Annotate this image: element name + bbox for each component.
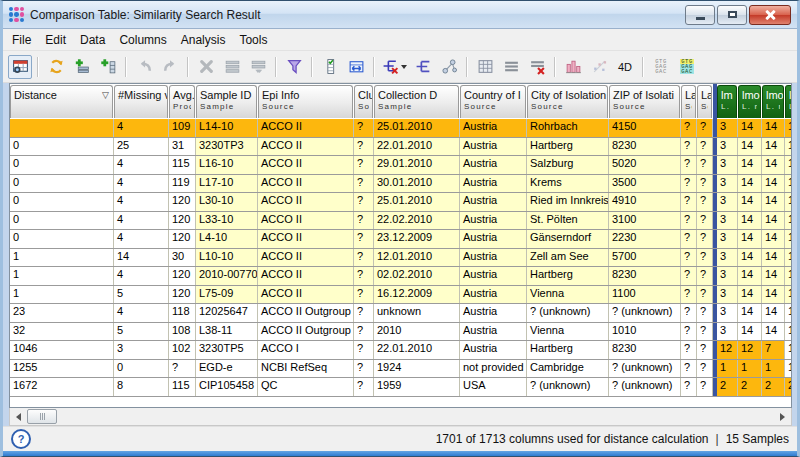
add-columns-icon[interactable] xyxy=(96,55,120,79)
cell[interactable]: ? xyxy=(354,119,374,137)
cell[interactable]: EGD-e xyxy=(196,360,258,378)
cell[interactable]: ? xyxy=(354,304,374,322)
cell[interactable]: ? xyxy=(697,175,713,193)
cell[interactable]: 14 xyxy=(738,212,762,230)
column-header-sample-id[interactable]: Sample IDSample xyxy=(196,84,258,119)
cell[interactable]: ? xyxy=(354,286,374,304)
cell[interactable]: ? xyxy=(681,230,697,248)
cell[interactable]: 14 xyxy=(738,175,762,193)
cell[interactable]: 1 xyxy=(785,138,792,156)
cell[interactable]: ? xyxy=(681,193,697,211)
cell[interactable]: 4 xyxy=(114,156,169,174)
cell[interactable]: ? xyxy=(681,175,697,193)
cell[interactable]: ? xyxy=(354,175,374,193)
cell[interactable]: ? xyxy=(681,323,697,341)
scatter-icon[interactable] xyxy=(587,55,611,79)
cell[interactable]: 120 xyxy=(169,212,196,230)
cell[interactable]: 2230 xyxy=(609,230,681,248)
undo-icon[interactable] xyxy=(132,55,156,79)
cell[interactable]: ? xyxy=(681,286,697,304)
cell[interactable]: 14 xyxy=(738,304,762,322)
cell[interactable]: 1 xyxy=(10,249,114,267)
cell[interactable]: 5 xyxy=(114,323,169,341)
cell[interactable]: ? xyxy=(354,193,374,211)
cell[interactable]: 1 xyxy=(785,175,792,193)
maximize-button[interactable] xyxy=(717,5,747,25)
cell[interactable]: Austria xyxy=(460,193,527,211)
cell[interactable]: 120 xyxy=(169,193,196,211)
cell[interactable]: unknown xyxy=(374,304,460,322)
column-header-clu[interactable]: CluSo xyxy=(354,84,374,119)
cell[interactable]: L33-10 xyxy=(196,212,258,230)
column-header-lr[interactable]: lrL xyxy=(785,84,792,119)
cell[interactable]: 0 xyxy=(10,175,114,193)
cell[interactable]: L10-10 xyxy=(196,249,258,267)
cell[interactable]: 1 xyxy=(785,156,792,174)
cell[interactable]: ? xyxy=(697,138,713,156)
cell[interactable]: 3 xyxy=(114,341,169,359)
cell[interactable]: 14 xyxy=(762,138,785,156)
cell[interactable]: 3 xyxy=(717,230,738,248)
cell[interactable]: Salzburg xyxy=(527,156,609,174)
add-entries-icon[interactable] xyxy=(70,55,94,79)
column-header-zip-of-isolati[interactable]: ZIP of IsolatiSource xyxy=(609,84,681,119)
cell[interactable]: 12.01.2010 xyxy=(374,249,460,267)
cell[interactable]: 3230TP3 xyxy=(196,138,258,156)
table-row[interactable]: 15120L75-09ACCO II?16.12.2009AustriaVien… xyxy=(10,286,791,305)
cell[interactable]: 29.01.2010 xyxy=(374,156,460,174)
cell[interactable]: 1100 xyxy=(609,286,681,304)
cell[interactable]: St. Pölten xyxy=(527,212,609,230)
cell[interactable]: 1 xyxy=(785,119,792,137)
cell[interactable]: ? (unknown) xyxy=(527,304,609,322)
cell[interactable]: 4 xyxy=(114,230,169,248)
cell[interactable]: ? xyxy=(681,212,697,230)
cell[interactable]: ? xyxy=(354,341,374,359)
sequence-text-icon[interactable]: GTGGAGGAC xyxy=(649,55,673,79)
cell[interactable]: ACCO II xyxy=(258,286,354,304)
cell[interactable]: 1 xyxy=(738,360,762,378)
cell[interactable]: 5700 xyxy=(609,249,681,267)
table-row[interactable]: 4109L14-10ACCO II?25.01.2010AustriaRohrb… xyxy=(10,119,791,138)
cell[interactable]: 22.01.2010 xyxy=(374,341,460,359)
cell[interactable]: 4 xyxy=(114,212,169,230)
table-row[interactable]: 04120L4-10ACCO II?23.12.2009AustriaGänse… xyxy=(10,230,791,249)
prune-branch-dropdown-icon[interactable] xyxy=(380,55,409,79)
cell[interactable]: 3 xyxy=(717,323,738,341)
cell[interactable]: ? xyxy=(697,360,713,378)
cell[interactable]: 14 xyxy=(738,267,762,285)
cell[interactable]: 1 xyxy=(785,193,792,211)
cell[interactable]: 3230TP5 xyxy=(196,341,258,359)
cell[interactable]: Austria xyxy=(460,323,527,341)
cell[interactable]: Austria xyxy=(460,175,527,193)
cell[interactable]: Cambridge xyxy=(527,360,609,378)
cell[interactable]: 14 xyxy=(738,230,762,248)
cell[interactable]: Rohrbach xyxy=(527,119,609,137)
cell[interactable]: Gänserndorf xyxy=(527,230,609,248)
cell[interactable]: ? xyxy=(681,378,697,396)
row-list-expand-icon[interactable] xyxy=(246,55,270,79)
cell[interactable]: 108 xyxy=(169,323,196,341)
network-icon[interactable] xyxy=(437,55,461,79)
cell[interactable]: 120 xyxy=(169,230,196,248)
cell[interactable]: 1 xyxy=(762,360,785,378)
cell[interactable]: ACCO II xyxy=(258,175,354,193)
column-header-city-of-isolation[interactable]: City of IsolationSource xyxy=(527,84,609,119)
cell[interactable]: 2 xyxy=(738,378,762,396)
cell[interactable]: 14 xyxy=(738,323,762,341)
cell[interactable]: ? (unknown) xyxy=(609,378,681,396)
cell[interactable]: 16.12.2009 xyxy=(374,286,460,304)
cell[interactable]: Hartberg xyxy=(527,267,609,285)
prune-branch-icon[interactable] xyxy=(411,55,435,79)
cell[interactable]: ? xyxy=(697,212,713,230)
cell[interactable]: 3500 xyxy=(609,175,681,193)
cell[interactable]: L30-10 xyxy=(196,193,258,211)
cell[interactable]: 14 xyxy=(738,119,762,137)
cell[interactable]: 119 xyxy=(169,175,196,193)
cell[interactable] xyxy=(10,119,114,137)
export-image-icon[interactable] xyxy=(8,55,32,79)
cell[interactable]: 14 xyxy=(762,212,785,230)
column-header-collection-d[interactable]: Collection DSample xyxy=(374,84,460,119)
cell[interactable]: ? xyxy=(697,378,713,396)
column-header-country-of-i[interactable]: Country of ISource xyxy=(460,84,527,119)
cell[interactable]: ACCO II Outgroup xyxy=(258,304,354,322)
